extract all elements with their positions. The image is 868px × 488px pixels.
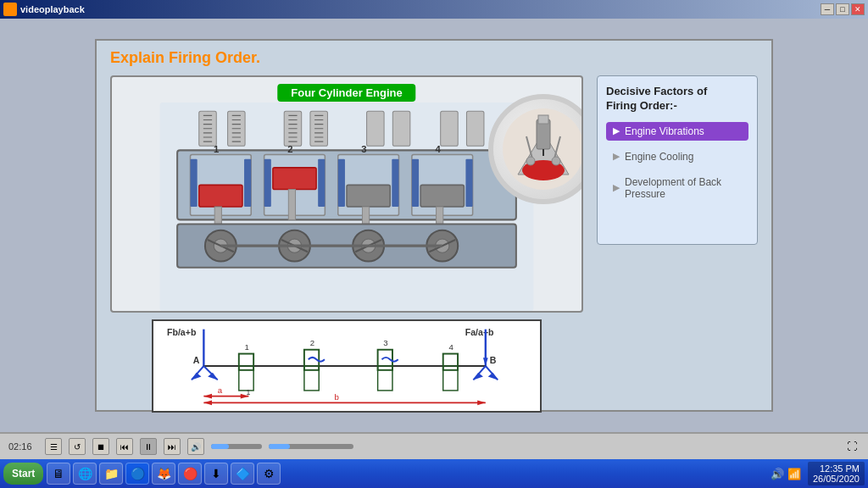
volume-fill	[211, 444, 229, 449]
forces-svg: Fb/a+b Fa/a+b	[153, 321, 540, 411]
svg-rect-83	[538, 115, 548, 124]
time-display: 02:16	[8, 441, 38, 452]
factor-arrow-backpressure: ▶	[613, 182, 620, 193]
svg-rect-43	[244, 159, 251, 207]
taskbar-volume-icon[interactable]: 🔊	[771, 468, 784, 480]
svg-rect-50	[347, 185, 390, 207]
forward-button[interactable]: ⏭	[164, 438, 181, 455]
slide-container: Explain Firing Order. Four Cylinder Engi…	[95, 39, 773, 412]
seek-bar[interactable]	[269, 444, 353, 449]
taskbar-app-opera[interactable]: 🔴	[178, 463, 202, 485]
minimize-button[interactable]: ─	[821, 3, 834, 15]
factors-title-line1: Decisive Factors of	[606, 85, 707, 97]
svg-text:B: B	[490, 355, 497, 365]
svg-rect-35	[392, 111, 410, 146]
svg-point-87	[526, 157, 535, 165]
taskbar-network-icon[interactable]: 📶	[787, 468, 801, 480]
close-button[interactable]: ✕	[851, 3, 865, 15]
svg-text:1: 1	[245, 342, 249, 352]
video-area: Explain Firing Order. Four Cylinder Engi…	[0, 19, 868, 432]
slide-body: Four Cylinder Engine	[110, 75, 758, 413]
volume-button[interactable]: 🔊	[187, 438, 204, 455]
slide-title: Explain Firing Order.	[110, 49, 758, 67]
svg-rect-58	[465, 159, 472, 207]
factors-box: Decisive Factors of Firing Order:- ▶ Eng…	[597, 75, 758, 245]
factor-arrow-cooling: ▶	[613, 151, 620, 162]
engine-diagram: Four Cylinder Engine	[110, 75, 583, 413]
svg-text:2: 2	[287, 144, 292, 154]
taskbar-clock: 12:35 PM 26/05/2020	[808, 462, 865, 485]
svg-rect-34	[367, 111, 385, 146]
maximize-button[interactable]: □	[836, 3, 849, 15]
svg-rect-40	[199, 185, 242, 207]
stop-button[interactable]: ⏹	[92, 438, 109, 455]
forces-diagram: Fb/a+b Fa/a+b	[152, 319, 542, 413]
taskbar-app-torrent[interactable]: 🔷	[231, 463, 254, 485]
svg-rect-53	[392, 159, 398, 207]
factor-label-vibrations: Engine Vibrations	[625, 125, 704, 137]
svg-rect-41	[214, 207, 221, 225]
factor-label-backpressure: Development of Back Pressure	[625, 176, 742, 200]
clock-date: 26/05/2020	[813, 474, 860, 484]
factors-title-line2: Firing Order:-	[606, 99, 677, 112]
svg-rect-46	[288, 190, 295, 220]
window-title: videoplayback	[20, 4, 85, 14]
svg-text:A: A	[193, 355, 200, 365]
svg-text:4: 4	[448, 342, 453, 352]
svg-rect-55	[420, 185, 464, 207]
restart-button[interactable]: ↺	[69, 438, 86, 455]
taskbar-apps: 🖥 🌐 📁 🔵 🦊 🔴 ⬇ 🔷 ⚙	[47, 463, 767, 485]
svg-text:Fa/a+b: Fa/a+b	[465, 327, 494, 337]
window: videoplayback ─ □ ✕ Explain Firing Order…	[0, 0, 868, 488]
taskbar-app-blue[interactable]: 🔵	[125, 463, 149, 485]
svg-text:2: 2	[310, 338, 314, 347]
slide-title-highlight: Firing Order.	[169, 49, 260, 66]
svg-text:3: 3	[383, 338, 387, 347]
factors-title: Decisive Factors of Firing Order:-	[606, 85, 748, 114]
slide-title-prefix: Explain	[110, 49, 169, 66]
title-bar: videoplayback ─ □ ✕	[0, 0, 868, 19]
taskbar-app-files[interactable]: 📁	[99, 463, 123, 485]
factor-item-cooling[interactable]: ▶ Engine Cooling	[606, 147, 748, 166]
seek-fill	[269, 444, 290, 449]
rewind-button[interactable]: ⏮	[116, 438, 133, 455]
start-button[interactable]: Start	[3, 463, 43, 485]
svg-text:1: 1	[214, 144, 219, 154]
content-area: Explain Firing Order. Four Cylinder Engi…	[0, 19, 868, 459]
control-bar: 02:16 ☰ ↺ ⏹ ⏮ ⏸ ⏭ 🔊 ⛶	[0, 432, 868, 459]
svg-text:3: 3	[361, 144, 366, 154]
taskbar-app-computer[interactable]: 🖥	[47, 463, 70, 485]
menu-button[interactable]: ☰	[45, 438, 62, 455]
right-panel: Decisive Factors of Firing Order:- ▶ Eng…	[597, 75, 758, 413]
taskbar-app-browser[interactable]: 🌐	[73, 463, 97, 485]
app-icon	[3, 3, 17, 16]
svg-text:a: a	[218, 385, 223, 395]
spark-plug-svg	[501, 107, 583, 191]
svg-rect-45	[273, 168, 316, 190]
svg-text:Fb/a+b: Fb/a+b	[167, 327, 197, 337]
taskbar-right: 🔊 📶 12:35 PM 26/05/2020	[771, 462, 865, 485]
svg-text:1: 1	[246, 388, 250, 396]
taskbar-system-icons: 🔊 📶	[771, 468, 801, 480]
volume-bar[interactable]	[211, 444, 262, 449]
svg-text:4: 4	[435, 144, 441, 154]
svg-rect-51	[362, 207, 369, 225]
svg-rect-48	[318, 159, 325, 207]
svg-rect-42	[191, 159, 198, 207]
clock-time: 12:35 PM	[813, 463, 860, 474]
title-bar-left: videoplayback	[3, 3, 85, 16]
fullscreen-button[interactable]: ⛶	[844, 439, 860, 454]
svg-rect-56	[437, 207, 443, 225]
taskbar: Start 🖥 🌐 📁 🔵 🦊 🔴 ⬇ 🔷 ⚙ 🔊 📶 12:35 PM 26/…	[0, 459, 868, 488]
taskbar-app-download[interactable]: ⬇	[204, 463, 228, 485]
svg-rect-37	[466, 111, 484, 146]
title-bar-buttons: ─ □ ✕	[821, 3, 865, 15]
factor-item-backpressure[interactable]: ▶ Development of Back Pressure	[606, 173, 748, 203]
factor-label-cooling: Engine Cooling	[625, 151, 693, 163]
svg-rect-47	[264, 159, 271, 207]
play-pause-button[interactable]: ⏸	[140, 438, 157, 455]
svg-rect-52	[338, 159, 345, 207]
taskbar-app-settings[interactable]: ⚙	[257, 463, 281, 485]
factor-item-vibrations[interactable]: ▶ Engine Vibrations	[606, 122, 748, 141]
taskbar-app-firefox[interactable]: 🦊	[152, 463, 175, 485]
